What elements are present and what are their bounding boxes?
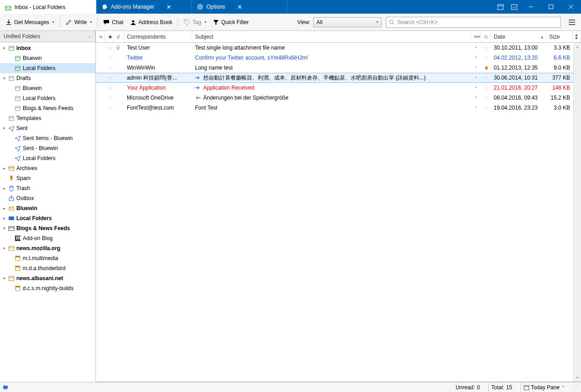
col-date[interactable]: Date xyxy=(491,31,546,42)
message-row[interactable]: ☆FontTest@test.comFont Test•○19.04.2016,… xyxy=(96,103,581,113)
folder-item[interactable]: ▸Archives xyxy=(0,163,95,173)
folder-item[interactable]: ▾Blogs & News Feeds xyxy=(0,223,95,233)
folder-item[interactable]: Sent - Bluewin xyxy=(0,143,95,153)
folder-item[interactable]: Templates xyxy=(0,113,95,123)
flag-icon[interactable]: ○ xyxy=(481,55,491,61)
address-book-button[interactable]: Address Book xyxy=(127,16,175,28)
message-row[interactable]: ☆WinWinWinLong name test•01.12.2013, 12:… xyxy=(96,63,581,73)
col-thread[interactable]: ⤷ xyxy=(96,31,105,42)
folder-item[interactable]: ▸Bluewin xyxy=(0,203,95,213)
view-select[interactable]: All ▾ xyxy=(313,17,381,27)
app-menu-button[interactable] xyxy=(566,16,578,29)
twisty-icon[interactable]: ▾ xyxy=(2,276,6,281)
read-icon[interactable]: • xyxy=(471,95,481,101)
star-icon[interactable]: ☆ xyxy=(105,65,114,71)
message-list[interactable]: ☆Test UserTest single long attachment fi… xyxy=(96,43,581,113)
chat-button[interactable]: Chat xyxy=(100,16,126,28)
read-icon[interactable]: • xyxy=(471,105,481,111)
folder-item[interactable]: Blogs & News Feeds xyxy=(0,103,95,113)
folder-item[interactable]: ▾Sent xyxy=(0,123,95,133)
col-subject[interactable]: Subject xyxy=(192,31,471,42)
close-icon[interactable]: ✕ xyxy=(236,3,243,10)
twisty-icon[interactable]: ▸ xyxy=(2,186,6,191)
folder-item[interactable]: ▾Drafts xyxy=(0,73,95,83)
twisty-icon[interactable]: ▸ xyxy=(2,166,6,171)
folder-item[interactable]: Bluewin xyxy=(0,83,95,93)
flag-icon[interactable] xyxy=(481,65,491,70)
col-picker[interactable] xyxy=(573,31,581,42)
twisty-icon[interactable]: ▾ xyxy=(2,76,6,80)
flag-icon[interactable]: ○ xyxy=(481,105,491,111)
scrollbar[interactable]: ▴ ▾ xyxy=(573,43,581,382)
quick-filter-button[interactable]: Quick Filter xyxy=(210,16,252,28)
flag-icon[interactable]: ○ xyxy=(481,85,491,91)
message-row[interactable]: ☆TwitterConfirm your Twitter account, sY… xyxy=(96,53,581,63)
message-row[interactable]: ☆Test UserTest single long attachment fi… xyxy=(96,43,581,53)
folder-item[interactable]: d.c.s.m.nightly-builds xyxy=(0,283,95,293)
minimize-button[interactable] xyxy=(521,0,541,14)
read-icon[interactable]: • xyxy=(471,45,481,51)
tasks-icon[interactable] xyxy=(507,0,521,14)
star-icon[interactable]: ☆ xyxy=(105,45,114,51)
twisty-icon[interactable]: ▸ xyxy=(2,216,6,221)
online-icon[interactable] xyxy=(3,385,9,390)
flag-icon[interactable]: ○ xyxy=(481,75,491,81)
col-attachment[interactable] xyxy=(114,31,124,42)
folder-pane-header[interactable]: Unified Folders ⌄ xyxy=(0,30,95,42)
read-icon[interactable]: • xyxy=(471,65,481,71)
search-input[interactable]: Search <Ctrl+K> xyxy=(386,17,561,28)
col-size[interactable]: Size xyxy=(546,31,573,42)
column-headers[interactable]: ⤷ ★ Correspondents Subject 👓 Date Size xyxy=(96,31,581,43)
maximize-button[interactable] xyxy=(541,0,561,14)
twisty-icon[interactable]: ▾ xyxy=(2,46,6,50)
tag-button[interactable]: Tag ▾ xyxy=(181,16,209,28)
star-icon[interactable]: ☆ xyxy=(105,75,114,81)
flag-icon[interactable]: ○ xyxy=(481,45,491,51)
col-read[interactable]: 👓 xyxy=(471,31,481,42)
tab-options[interactable]: Options ✕ xyxy=(192,0,287,14)
tab-inbox[interactable]: Inbox - Local Folders xyxy=(0,0,96,14)
star-icon[interactable]: ☆ xyxy=(105,55,114,61)
folder-item[interactable]: Spam xyxy=(0,173,95,183)
twisty-icon[interactable]: ▸ xyxy=(2,206,6,211)
folder-item[interactable]: Bluewin xyxy=(0,53,95,63)
message-row[interactable]: ☆Microsoft OneDriveÄnderungen bei der Sp… xyxy=(96,93,581,103)
folder-item[interactable]: Local Folders xyxy=(0,63,95,73)
chevron-down-icon[interactable]: ▾ xyxy=(52,20,54,24)
col-flag[interactable] xyxy=(481,31,491,42)
folder-item[interactable]: m.t.multimedia xyxy=(0,253,95,263)
star-icon[interactable]: ☆ xyxy=(105,85,114,91)
read-icon[interactable]: • xyxy=(471,55,481,61)
col-star[interactable]: ★ xyxy=(105,31,114,42)
folder-tree[interactable]: ▾InboxBluewinLocal Folders▾DraftsBluewin… xyxy=(0,42,95,382)
message-row[interactable]: ☆Your ApplicationApplication Received•○2… xyxy=(96,83,581,93)
star-icon[interactable]: ☆ xyxy=(105,105,114,111)
twisty-icon[interactable]: ▾ xyxy=(2,126,6,131)
folder-item[interactable]: ▾news.mozilla.org xyxy=(0,243,95,253)
folder-item[interactable]: Sent Items - Bluewin xyxy=(0,133,95,143)
resize-grip-icon[interactable]: ⋰ xyxy=(573,384,578,391)
close-button[interactable] xyxy=(561,0,581,14)
flag-icon[interactable]: ○ xyxy=(481,95,491,101)
folder-item[interactable]: ▸Local Folders xyxy=(0,213,95,223)
read-icon[interactable]: • xyxy=(471,75,481,81)
write-button[interactable]: Write ▾ xyxy=(63,16,95,28)
folder-item[interactable]: m.d.a.thunderbird xyxy=(0,263,95,273)
chevron-down-icon[interactable]: ▾ xyxy=(205,20,206,24)
twisty-icon[interactable]: ▾ xyxy=(2,226,6,231)
folder-item[interactable]: Outbox xyxy=(0,193,95,203)
read-icon[interactable]: • xyxy=(471,85,481,91)
twisty-icon[interactable]: ▾ xyxy=(2,246,6,251)
chevron-down-icon[interactable]: ▾ xyxy=(90,20,92,24)
tab-addons[interactable]: Add-ons Manager ✕ xyxy=(96,0,192,14)
folder-item[interactable]: ▸Trash xyxy=(0,183,95,193)
folder-item[interactable]: Local Folders xyxy=(0,93,95,103)
folder-item[interactable]: ▾news.albasani.net xyxy=(0,273,95,283)
folder-item[interactable]: mAdd-on Blog xyxy=(0,233,95,243)
col-correspondents[interactable]: Correspondents xyxy=(124,31,192,42)
close-icon[interactable]: ✕ xyxy=(165,3,172,10)
get-messages-button[interactable]: Get Messages ▾ xyxy=(3,16,57,28)
today-pane-toggle[interactable]: Today Pane ⌃ xyxy=(521,382,568,392)
folder-item[interactable]: ▾Inbox xyxy=(0,43,95,53)
folder-item[interactable]: Local Folders xyxy=(0,153,95,163)
